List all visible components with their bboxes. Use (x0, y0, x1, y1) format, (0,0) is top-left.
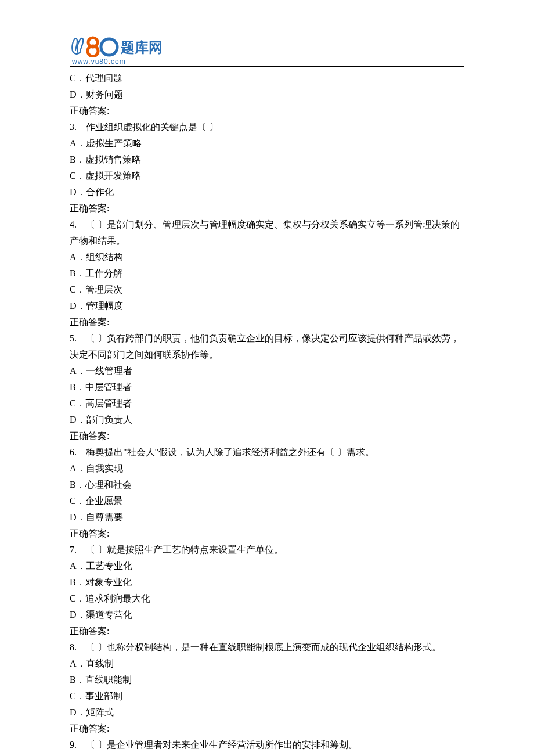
question-number: 7. (70, 545, 77, 555)
logo-url: www.vu80.com (72, 56, 464, 68)
option-d: D．合作化 (70, 184, 464, 200)
question-text: 作业组织虚拟化的关键点是〔 〕 (77, 122, 218, 132)
answer-label: 正确答案: (70, 428, 464, 444)
question-stem: 5. 〔 〕负有跨部门的职责，他们负责确立企业的目标，像决定公司应该提供何种产品… (70, 330, 464, 363)
option-c: C．企业愿景 (70, 493, 464, 509)
question-stem: 9. 〔 〕是企业管理者对未来企业生产经营活动所作出的安排和筹划。 (70, 737, 464, 753)
question-number: 6. (70, 447, 77, 457)
svg-text:题库网: 题库网 (120, 39, 163, 55)
question-number: 9. (70, 740, 77, 750)
option-a: A．方案 (70, 753, 464, 756)
option-c: C．虚拟开发策略 (70, 168, 464, 184)
url-part: vu80 (91, 57, 109, 66)
question-stem: 7. 〔 〕就是按照生产工艺的特点来设置生产单位。 (70, 542, 464, 558)
option-c: C．追求利润最大化 (70, 591, 464, 607)
answer-label: 正确答案: (70, 103, 464, 119)
option-a: A．一线管理者 (70, 363, 464, 379)
option-c: C．事业部制 (70, 688, 464, 704)
option-c: C．高层管理者 (70, 395, 464, 412)
question-stem: 3. 作业组织虚拟化的关键点是〔 〕 (70, 119, 464, 135)
site-logo: 题库网 www.vu80.com (70, 35, 464, 64)
answer-label: 正确答案: (70, 721, 464, 737)
answer-label: 正确答案: (70, 200, 464, 217)
option-a: A．自我实现 (70, 460, 464, 477)
logo-svg: 题库网 (70, 35, 174, 57)
option-a: A．工艺专业化 (70, 558, 464, 574)
question-text: 〔 〕是企业管理者对未来企业生产经营活动所作出的安排和筹划。 (77, 740, 358, 750)
option-a: A．直线制 (70, 656, 464, 672)
url-part: com (111, 57, 126, 66)
option-b: B．直线职能制 (70, 672, 464, 688)
question-number: 8. (70, 642, 77, 652)
option-a: A．组织结构 (70, 249, 464, 265)
question-number: 4. (70, 219, 77, 229)
option-d: D．财务问题 (70, 87, 464, 103)
svg-point-2 (101, 39, 117, 55)
content: C．代理问题 D．财务问题 正确答案: 3. 作业组织虚拟化的关键点是〔 〕 A… (70, 70, 464, 756)
question-stem: 4. 〔 〕是部门划分、管理层次与管理幅度确实定、集权与分权关系确实立等一系列管… (70, 217, 464, 249)
page: 题库网 www.vu80.com C．代理问题 D．财务问题 正确答案: 3. … (0, 0, 534, 756)
question-text: 梅奥提出"社会人"假设，认为人除了追求经济利益之外还有〔 〕需求。 (77, 447, 374, 457)
option-d: D．矩阵式 (70, 704, 464, 721)
question-text: 〔 〕负有跨部门的职责，他们负责确立企业的目标，像决定公司应该提供何种产品或效劳… (70, 333, 460, 359)
question-stem: 8. 〔 〕也称分权制结构，是一种在直线职能制根底上演变而成的现代企业组织结构形… (70, 639, 464, 656)
question-text: 〔 〕就是按照生产工艺的特点来设置生产单位。 (77, 545, 283, 555)
question-number: 5. (70, 333, 77, 343)
question-text: 〔 〕也称分权制结构，是一种在直线职能制根底上演变而成的现代企业组织结构形式。 (77, 642, 441, 652)
option-d: D．渠道专营化 (70, 607, 464, 623)
option-b: B．中层管理者 (70, 379, 464, 395)
question-stem: 6. 梅奥提出"社会人"假设，认为人除了追求经济利益之外还有〔 〕需求。 (70, 444, 464, 460)
option-a: A．虚拟生产策略 (70, 135, 464, 152)
option-d: D．自尊需要 (70, 509, 464, 525)
option-b: B．虚拟销售策略 (70, 152, 464, 168)
option-c: C．代理问题 (70, 70, 464, 87)
question-number: 3. (70, 122, 77, 132)
answer-label: 正确答案: (70, 525, 464, 542)
url-part: www (72, 57, 88, 66)
option-d: D．部门负责人 (70, 412, 464, 428)
answer-label: 正确答案: (70, 314, 464, 330)
option-c: C．管理层次 (70, 282, 464, 298)
option-b: B．心理和社会 (70, 477, 464, 493)
option-b: B．工作分解 (70, 265, 464, 282)
option-b: B．对象专业化 (70, 574, 464, 591)
question-text: 〔 〕是部门划分、管理层次与管理幅度确实定、集权与分权关系确实立等一系列管理决策… (70, 219, 460, 246)
option-d: D．管理幅度 (70, 298, 464, 314)
answer-label: 正确答案: (70, 623, 464, 639)
